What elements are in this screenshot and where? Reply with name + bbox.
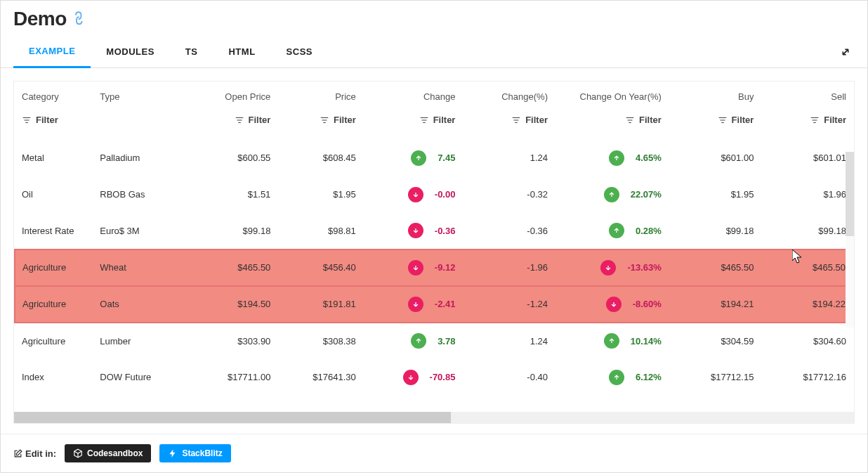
- page-title: Demo: [13, 8, 67, 30]
- cell-open-price: $17711.00: [185, 359, 278, 396]
- cell-change-pct: -0.36: [462, 213, 555, 250]
- cell-buy: $194.21: [669, 286, 761, 323]
- filter-row: Filter Filter Filter Filter Filter Filte…: [15, 109, 853, 140]
- expand-icon[interactable]: [839, 46, 852, 62]
- cell-category: Metal: [15, 140, 93, 176]
- cell-change-pct: -1.24: [462, 286, 555, 323]
- header-row: Category Type Open Price Price Change Ch…: [15, 82, 853, 109]
- cell-category: Interest Rate: [15, 213, 93, 250]
- cell-change-year: 6.12%: [555, 359, 669, 396]
- cell-change-pct: -0.40: [462, 359, 555, 396]
- filter-button-sell[interactable]: Filter: [810, 115, 846, 125]
- data-grid: Category Type Open Price Price Change Ch…: [13, 81, 855, 424]
- table-row[interactable]: Oil RBOB Gas $1.51 $1.95 -0.00 -0.32 22.…: [15, 176, 853, 213]
- arrow-up-icon: [411, 333, 426, 349]
- cell-sell: $99.18: [761, 213, 853, 250]
- arrow-up-icon: [609, 370, 624, 385]
- col-header-type[interactable]: Type: [93, 82, 185, 109]
- arrow-up-icon: [604, 333, 619, 349]
- horizontal-scrollbar-thumb[interactable]: [14, 412, 451, 423]
- footer: Edit in: Codesandbox StackBlitz: [1, 434, 867, 472]
- cell-category: Agriculture: [15, 323, 93, 359]
- cell-type: Palladium: [93, 140, 185, 176]
- cell-open-price: $99.18: [185, 213, 278, 250]
- cell-change-year: 22.07%: [555, 176, 669, 213]
- filter-button-change-pct[interactable]: Filter: [511, 115, 548, 125]
- cell-buy: $465.50: [669, 250, 761, 286]
- tab-scss[interactable]: SCSS: [271, 37, 328, 67]
- cell-change-pct: 1.24: [462, 140, 555, 176]
- col-header-sell[interactable]: Sell: [761, 82, 853, 109]
- table-row[interactable]: Metal Palladium $600.55 $608.45 7.45 1.2…: [15, 140, 853, 176]
- table-row[interactable]: Interest Rate Euro$ 3M $99.18 $98.81 -0.…: [15, 213, 853, 250]
- cell-type: RBOB Gas: [93, 176, 185, 213]
- cell-sell: $465.50: [761, 250, 853, 286]
- horizontal-scrollbar[interactable]: [14, 412, 854, 423]
- arrow-down-icon: [606, 297, 622, 312]
- col-header-change-pct[interactable]: Change(%): [462, 82, 555, 109]
- cell-change-year: -13.63%: [555, 250, 669, 286]
- col-header-change[interactable]: Change: [363, 82, 463, 109]
- arrow-down-icon: [408, 187, 423, 202]
- vertical-scrollbar-thumb[interactable]: [846, 152, 854, 236]
- col-header-change-year[interactable]: Change On Year(%): [555, 82, 669, 109]
- filter-button-change-year[interactable]: Filter: [625, 115, 662, 125]
- cell-change: -70.85: [363, 359, 463, 396]
- filter-button-buy[interactable]: Filter: [718, 115, 754, 125]
- cell-buy: $1.95: [669, 176, 761, 213]
- cell-open-price: $1.51: [185, 176, 278, 213]
- arrow-up-icon: [411, 150, 426, 166]
- tab-modules[interactable]: MODULES: [91, 37, 170, 67]
- filter-button-open-price[interactable]: Filter: [235, 115, 271, 125]
- cell-category: Oil: [15, 176, 93, 213]
- arrow-up-icon: [604, 187, 619, 202]
- cell-open-price: $303.90: [185, 323, 278, 359]
- cell-buy: $99.18: [669, 213, 761, 250]
- cell-change: -0.00: [363, 176, 463, 213]
- col-header-price[interactable]: Price: [277, 82, 362, 109]
- cell-price: $98.81: [277, 213, 362, 250]
- codesandbox-button[interactable]: Codesandbox: [65, 444, 151, 462]
- cell-price: $191.81: [277, 286, 362, 323]
- tab-html[interactable]: HTML: [213, 37, 270, 67]
- cell-type: Oats: [93, 286, 185, 323]
- filter-button-price[interactable]: Filter: [320, 115, 356, 125]
- cell-change: -9.12: [363, 250, 463, 286]
- cell-buy: $17712.15: [669, 359, 761, 396]
- tab-example[interactable]: EXAMPLE: [13, 36, 91, 68]
- cell-sell: $601.01: [761, 140, 853, 176]
- stackblitz-button[interactable]: StackBlitz: [159, 444, 230, 462]
- col-header-buy[interactable]: Buy: [669, 82, 761, 109]
- cell-change-year: -8.60%: [555, 286, 669, 323]
- vertical-scrollbar[interactable]: [846, 152, 854, 328]
- cell-change-pct: 1.24: [462, 323, 555, 359]
- arrow-up-icon: [609, 150, 624, 166]
- table-row[interactable]: Agriculture Oats $194.50 $191.81 -2.41 -…: [15, 286, 853, 323]
- arrow-down-icon: [408, 260, 423, 276]
- table-row[interactable]: Index DOW Future $17711.00 $17641.30 -70…: [15, 359, 853, 396]
- filter-button-change[interactable]: Filter: [419, 115, 456, 125]
- col-header-category[interactable]: Category: [15, 82, 93, 109]
- cell-type: Euro$ 3M: [93, 213, 185, 250]
- cell-price: $456.40: [277, 250, 362, 286]
- cell-category: Agriculture: [15, 250, 93, 286]
- table-row[interactable]: Agriculture Lumber $303.90 $308.38 3.78 …: [15, 323, 853, 359]
- cell-price: $17641.30: [277, 359, 362, 396]
- cell-buy: $601.00: [669, 140, 761, 176]
- cell-buy: $304.59: [669, 323, 761, 359]
- arrow-up-icon: [609, 223, 624, 238]
- edit-in-label: Edit in:: [13, 448, 56, 459]
- link-icon[interactable]: [70, 9, 90, 30]
- cell-open-price: $194.50: [185, 286, 278, 323]
- filter-button-category[interactable]: Filter: [22, 115, 58, 125]
- arrow-down-icon: [408, 223, 423, 238]
- tabs-bar: EXAMPLE MODULES TS HTML SCSS: [1, 36, 867, 68]
- cell-change-year: 0.28%: [555, 213, 669, 250]
- tab-ts[interactable]: TS: [170, 37, 213, 67]
- cell-change: 7.45: [363, 140, 463, 176]
- table-row[interactable]: Agriculture Wheat $465.50 $456.40 -9.12 …: [15, 250, 853, 286]
- cell-sell: $17712.16: [761, 359, 853, 396]
- col-header-open-price[interactable]: Open Price: [185, 82, 278, 109]
- cell-sell: $194.22: [761, 286, 853, 323]
- cell-change: 3.78: [363, 323, 463, 359]
